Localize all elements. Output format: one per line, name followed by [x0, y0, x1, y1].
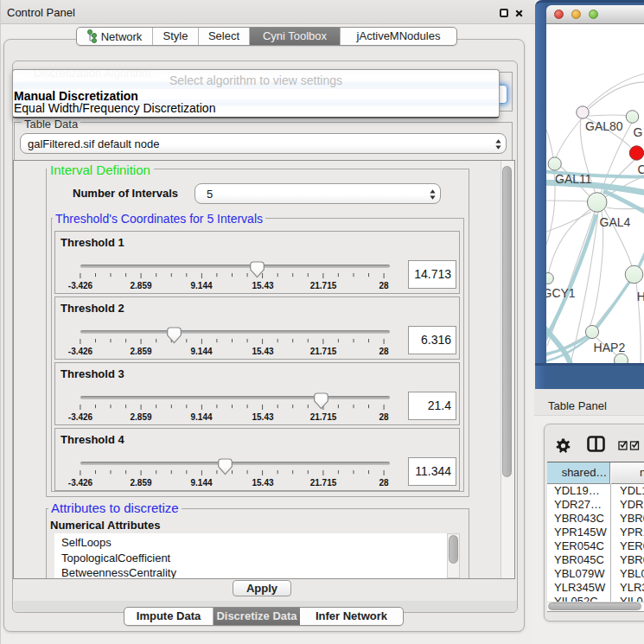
svg-text:GAL80: GAL80: [585, 119, 623, 133]
svg-text:GAL11: GAL11: [555, 172, 592, 186]
svg-text:GAL4: GAL4: [600, 215, 631, 229]
svg-text:GCY1: GCY1: [546, 286, 576, 300]
svg-text:C: C: [638, 163, 644, 176]
svg-text:HAP2: HAP2: [594, 341, 626, 354]
svg-text:H: H: [637, 290, 644, 303]
svg-text:G: G: [634, 125, 643, 139]
